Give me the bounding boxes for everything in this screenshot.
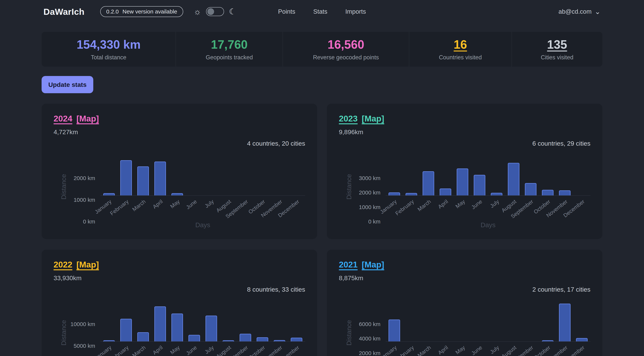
distance-chart: Distance JanuaryFebruaryMarchAprilMayJun… <box>54 297 305 356</box>
x-tick: December <box>288 342 305 356</box>
x-tick-label: July <box>489 198 500 209</box>
year-summary: 6 countries, 29 cities <box>339 140 590 147</box>
bar-slot <box>522 183 539 195</box>
x-tick: June <box>471 342 488 356</box>
bar-slot <box>437 188 454 195</box>
x-tick-label: July <box>204 198 215 209</box>
stat-label: Cities visited <box>541 54 574 61</box>
bar-slot <box>186 335 203 342</box>
bar-may <box>457 168 468 195</box>
y-tick-label: 0 km <box>83 218 95 225</box>
bar-january <box>388 320 400 342</box>
update-stats-button[interactable]: Update stats <box>42 76 93 93</box>
bar-january <box>388 192 400 195</box>
map-link[interactable]: [Map] <box>76 260 99 270</box>
y-tick-label: 2000 km <box>359 189 380 196</box>
bar-slot <box>505 163 522 195</box>
y-axis-title: Distance <box>60 155 68 200</box>
card-head: 2024 [Map] <box>54 114 305 123</box>
sun-icon: ☼ <box>194 7 201 16</box>
x-tick-labels: JanuaryFebruaryMarchAprilMayJuneJulyAugu… <box>386 196 590 222</box>
cities-visited-link[interactable]: 135 <box>547 38 567 51</box>
x-tick: March <box>420 342 437 356</box>
bar-june <box>188 335 200 342</box>
bar-april <box>440 188 451 195</box>
stat-value: 16,560 <box>328 38 364 51</box>
account-email: ab@cd.com <box>558 8 592 15</box>
card-head: 2022 [Map] <box>54 260 305 270</box>
x-tick-label: July <box>489 345 500 355</box>
stat-label: Reverse geocoded points <box>313 54 379 61</box>
bar-slot <box>100 193 118 195</box>
y-tick-label: 4000 km <box>359 336 380 342</box>
bar-november <box>559 190 570 195</box>
x-tick-labels: JanuaryFebruaryMarchAprilMayJuneJulyAugu… <box>386 342 590 356</box>
bar-slot <box>118 319 134 342</box>
bar-june <box>474 175 485 195</box>
year-link[interactable]: 2021 <box>339 260 358 270</box>
nav-points[interactable]: Points <box>278 8 296 15</box>
bar-february <box>120 319 132 342</box>
map-link[interactable]: [Map] <box>76 114 99 123</box>
bar-november <box>559 304 570 342</box>
countries-visited-link[interactable]: 16 <box>454 38 467 51</box>
bar-september <box>240 334 251 342</box>
bar-april <box>154 306 166 342</box>
y-tick-label: 6000 km <box>359 321 380 327</box>
stat-geopoints: 17,760 Geopoints tracked <box>176 32 283 67</box>
theme-switcher: ☼ ☾ <box>194 7 236 16</box>
bar-slot <box>488 193 505 195</box>
bar-slot <box>152 162 168 195</box>
account-menu[interactable]: ab@cd.com ⌄ <box>558 8 600 15</box>
x-tick: May <box>168 342 186 356</box>
map-link[interactable]: [Map] <box>362 260 384 270</box>
theme-toggle[interactable] <box>206 7 224 16</box>
nav-imports[interactable]: Imports <box>345 8 366 15</box>
stat-reverse-geocoded: 16,560 Reverse geocoded points <box>283 32 409 67</box>
bar-slot <box>134 166 152 195</box>
bar-march <box>422 171 434 195</box>
x-tick: June <box>471 196 488 222</box>
bar-slot <box>403 193 420 195</box>
app-logo[interactable]: DaWarIch <box>44 6 84 17</box>
x-tick: May <box>454 196 471 222</box>
year-link[interactable]: 2022 <box>54 260 72 270</box>
main-nav: Points Stats Imports <box>278 8 366 15</box>
x-tick-label: June <box>185 345 198 356</box>
year-card-2022: 2022 [Map] 33,930km 8 countries, 33 citi… <box>42 250 317 356</box>
bar-slot <box>254 337 271 342</box>
bar-slot <box>237 334 254 342</box>
card-head: 2021 [Map] <box>339 260 590 270</box>
plot-area: JanuaryFebruaryMarchAprilMayJuneJulyAugu… <box>386 297 590 356</box>
page-content: 154,330 km Total distance 17,760 Geopoin… <box>0 32 644 356</box>
stat-countries-visited: 16 Countries visited <box>409 32 512 67</box>
top-bar: DaWarIch 0.2.0 New version available ☼ ☾… <box>0 0 644 23</box>
x-tick-label: June <box>470 198 483 211</box>
x-tick: May <box>168 196 186 222</box>
year-link[interactable]: 2024 <box>54 114 72 123</box>
bar-may <box>172 314 183 342</box>
x-tick-label: June <box>470 345 483 356</box>
bar-slot <box>386 192 403 195</box>
bar-april <box>154 162 166 195</box>
bar-march <box>137 332 149 342</box>
card-head: 2023 [Map] <box>339 114 590 123</box>
bar-september <box>525 183 536 195</box>
year-link[interactable]: 2023 <box>339 114 358 123</box>
bar-july <box>206 316 217 342</box>
version-badge[interactable]: 0.2.0 New version available <box>100 6 183 17</box>
x-tick-label: May <box>454 345 466 356</box>
plot-area: JanuaryFebruaryMarchAprilMayJuneJulyAugu… <box>386 151 590 222</box>
map-link[interactable]: [Map] <box>362 114 384 123</box>
bar-december <box>291 338 302 342</box>
distance-chart: Distance JanuaryFebruaryMarchAprilMayJun… <box>54 151 305 229</box>
nav-stats[interactable]: Stats <box>313 8 327 15</box>
y-tick-label: 5000 km <box>74 343 95 349</box>
chart-bars <box>386 297 590 342</box>
x-tick-label: May <box>454 198 466 210</box>
toggle-knob <box>207 8 214 15</box>
stat-label: Countries visited <box>439 54 482 61</box>
stat-label: Geopoints tracked <box>206 54 253 61</box>
year-summary: 2 countries, 17 cities <box>339 286 590 293</box>
distance-chart: Distance JanuaryFebruaryMarchAprilMayJun… <box>339 297 590 356</box>
